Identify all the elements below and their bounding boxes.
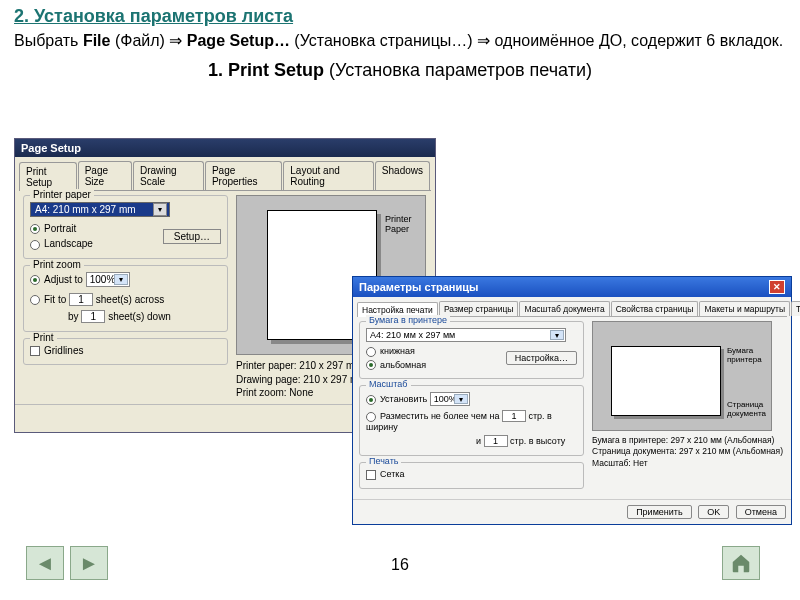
page-number: 16 <box>391 556 409 574</box>
fit-h-input[interactable]: 1 <box>484 435 508 447</box>
group-label: Print zoom <box>30 259 84 270</box>
group-label: Масштаб <box>366 379 411 389</box>
ok-button[interactable]: OK <box>698 505 729 519</box>
preview-pane: Бумага принтера Страница документа <box>592 321 772 431</box>
label: альбомная <box>380 360 426 370</box>
label: Установить <box>380 394 427 404</box>
label: Разместить не более чем на <box>380 411 499 421</box>
group-label: Бумага в принтере <box>366 315 450 325</box>
arrow-icon: ⇒ <box>477 32 490 49</box>
txt: (Установка страницы…) <box>290 32 477 49</box>
info-zoom: Масштаб: Нет <box>592 458 783 469</box>
info-paper: Бумага в принтере: 297 x 210 мм (Альбомн… <box>592 435 783 446</box>
tabs: Print Setup Page Size Drawing Scale Page… <box>19 161 431 191</box>
section-heading: 2. Установка параметров листа <box>14 6 800 27</box>
dialog-title: Page Setup <box>15 139 435 157</box>
setup-button[interactable]: Setup… <box>163 229 221 244</box>
label: sheet(s) down <box>108 311 171 322</box>
tab-drawing-scale[interactable]: Drawing Scale <box>133 161 204 190</box>
label: Adjust to <box>44 274 83 285</box>
menu-file: File <box>83 32 111 49</box>
tab-layout-routing[interactable]: Layout and Routing <box>283 161 374 190</box>
group-printer-paper: Бумага в принтере A4: 210 мм x 297 мм кн… <box>359 321 584 379</box>
group-label: Printer paper <box>30 189 94 200</box>
paper-size-select[interactable]: A4: 210 mm x 297 mm <box>30 202 170 217</box>
radio-portrait[interactable]: книжная <box>366 346 426 357</box>
tab-page-props[interactable]: Свойства страницы <box>611 301 699 316</box>
radio-set-zoom[interactable]: Установить 100% <box>366 392 577 406</box>
group-label: Печать <box>366 456 401 466</box>
dialog-title: Параметры страницы ✕ <box>353 277 791 297</box>
checkbox-gridlines[interactable]: Gridlines <box>30 345 221 356</box>
radio-landscape[interactable]: Landscape <box>30 238 93 249</box>
nav-arrows: ◄ ► <box>26 546 108 580</box>
preview-label-paper: Бумага принтера <box>727 346 771 364</box>
txt: (Установка параметров печати) <box>329 60 592 80</box>
preview-info: Бумага в принтере: 297 x 210 мм (Альбомн… <box>592 435 783 469</box>
label: sheet(s) across <box>96 294 164 305</box>
tab-shadows[interactable]: Тени <box>791 301 800 316</box>
label: книжная <box>380 346 415 356</box>
label: Сетка <box>380 469 404 479</box>
zoom-select[interactable]: 100% <box>86 272 130 287</box>
radio-adjust-to[interactable]: Adjust to 100% <box>30 272 221 287</box>
txt: (Файл) <box>110 32 169 49</box>
label: Fit to <box>44 294 66 305</box>
tab-page-size[interactable]: Размер страницы <box>439 301 519 316</box>
fit-across-input[interactable]: 1 <box>69 293 93 306</box>
intro-text: Выбрать File (Файл) ⇒ Page Setup… (Устан… <box>14 31 786 52</box>
apply-button[interactable]: Применить <box>627 505 692 519</box>
preview-page-icon <box>611 346 721 416</box>
radio-landscape[interactable]: альбомная <box>366 360 426 371</box>
menu-pagesetup: Page Setup… <box>182 32 290 49</box>
label: Portrait <box>44 223 76 234</box>
setup-button[interactable]: Настройка… <box>506 351 577 365</box>
txt: Выбрать <box>14 32 83 49</box>
label: by <box>68 311 79 322</box>
group-print-zoom: Print zoom Adjust to 100% Fit to 1 sheet… <box>23 265 228 332</box>
tab-layout-routes[interactable]: Макеты и маршруты <box>699 301 790 316</box>
preview-label: Printer Paper <box>385 214 425 234</box>
next-slide-button[interactable]: ► <box>70 546 108 580</box>
label: Gridlines <box>44 345 83 356</box>
radio-fit-to[interactable]: Fit to 1 sheet(s) across <box>30 293 221 306</box>
fit-w-input[interactable]: 1 <box>502 410 526 422</box>
group-print: Печать Сетка <box>359 462 584 489</box>
home-button[interactable] <box>722 546 760 580</box>
group-printer-paper: Printer paper A4: 210 mm x 297 mm Portra… <box>23 195 228 259</box>
group-print: Print Gridlines <box>23 338 228 365</box>
fit-down-input[interactable]: 1 <box>81 310 105 323</box>
txt: 1. Print Setup <box>208 60 329 80</box>
home-icon <box>730 552 752 574</box>
close-icon[interactable]: ✕ <box>769 280 785 294</box>
zoom-select[interactable]: 100% <box>430 392 470 406</box>
prev-slide-button[interactable]: ◄ <box>26 546 64 580</box>
arrow-icon: ⇒ <box>169 32 182 49</box>
txt: одноимённое ДО, содержит 6 вкладок. <box>490 32 783 49</box>
info-doc: Страница документа: 297 x 210 мм (Альбом… <box>592 446 783 457</box>
title-text: Параметры страницы <box>359 281 478 293</box>
checkbox-grid[interactable]: Сетка <box>366 469 577 480</box>
label: стр. в высоту <box>510 436 565 446</box>
tab-page-size[interactable]: Page Size <box>78 161 132 190</box>
label: Landscape <box>44 238 93 249</box>
tab-shadows[interactable]: Shadows <box>375 161 430 190</box>
page-setup-dialog-ru: Параметры страницы ✕ Настройка печати Ра… <box>352 276 792 525</box>
group-zoom: Масштаб Установить 100% Разместить не бо… <box>359 385 584 456</box>
tab-page-properties[interactable]: Page Properties <box>205 161 282 190</box>
group-label: Print <box>30 332 57 343</box>
radio-portrait[interactable]: Portrait <box>30 223 93 234</box>
subsection-heading: 1. Print Setup (Установка параметров печ… <box>0 60 800 81</box>
radio-fit[interactable]: Разместить не более чем на 1 стр. в шири… <box>366 410 577 432</box>
cancel-button[interactable]: Отмена <box>736 505 786 519</box>
tab-print-setup[interactable]: Print Setup <box>19 162 77 191</box>
paper-size-select[interactable]: A4: 210 мм x 297 мм <box>366 328 566 342</box>
tab-doc-scale[interactable]: Масштаб документа <box>519 301 609 316</box>
label: и <box>476 436 481 446</box>
preview-label-doc: Страница документа <box>727 400 771 418</box>
